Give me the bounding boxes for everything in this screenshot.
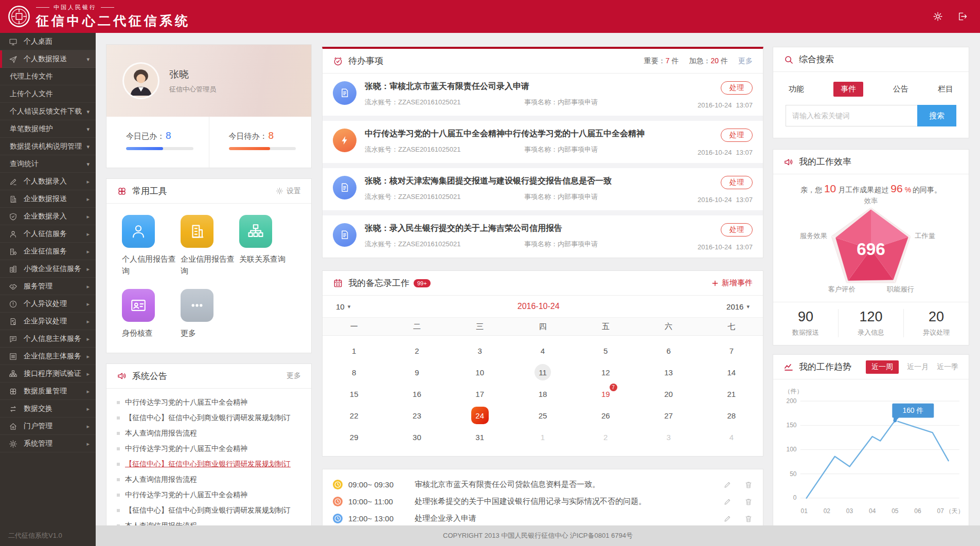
announcement-item[interactable]: 【征信中心】征信中心到商业银行调研发展规划制订 (117, 457, 301, 472)
sidebar-item[interactable]: 个人错误反馈文件下载 (0, 103, 96, 120)
calendar-day[interactable]: 16 (385, 383, 448, 405)
announcement-item[interactable]: 中行传达学习党的十八届五中全会精神 (117, 395, 301, 410)
calendar-day[interactable]: 7 (700, 340, 763, 361)
trend-tab[interactable]: 近一季 (937, 362, 958, 372)
sidebar-item[interactable]: 数据交换 (0, 400, 96, 417)
calendar-day[interactable]: 17 (449, 383, 511, 405)
trash-icon[interactable] (744, 515, 753, 523)
calendar-day[interactable]: 20 (637, 383, 700, 405)
year-select[interactable]: 2016 (726, 302, 750, 311)
search-tab[interactable]: 公告 (893, 82, 908, 97)
announcement-item[interactable]: 【征信中心】征信中心到商业银行调研发展规划制订 (117, 503, 301, 518)
search-button[interactable]: 搜索 (917, 105, 956, 126)
handle-button[interactable]: 处理 (721, 223, 753, 236)
sidebar-item[interactable]: 企业信息主体服务 (0, 348, 96, 365)
sidebar-item[interactable]: 代理上传文件 (0, 68, 96, 85)
sidebar-item[interactable]: 数据提供机构说明管理 (0, 138, 96, 155)
search-tab[interactable]: 栏目 (938, 82, 953, 97)
sidebar-item[interactable]: 企业数据录入 (0, 208, 96, 225)
calendar-day[interactable]: 5 (574, 340, 637, 361)
announcement-item[interactable]: 本人查询信用报告流程 (117, 426, 301, 441)
calendar-day[interactable]: 15 (323, 383, 385, 405)
sidebar-item[interactable]: 数据质量管理 (0, 383, 96, 400)
calendar-day[interactable]: 10 (449, 361, 511, 383)
trash-icon[interactable] (744, 498, 753, 506)
calendar-day[interactable]: 22 (323, 405, 385, 426)
search-tab[interactable]: 事件 (833, 82, 863, 97)
todos-more-link[interactable]: 更多 (738, 57, 753, 66)
announcement-item[interactable]: 中行传达学习党的十八届五中全会精神 (117, 487, 301, 503)
todo-item[interactable]: 张晓：录入民生银行提交的关于上海吉荣公司信用报告 流水账号：ZZASE20161… (323, 215, 763, 258)
edit-icon[interactable] (723, 481, 732, 489)
search-tab[interactable]: 功能 (789, 82, 804, 97)
calendar-day[interactable]: 25 (511, 405, 574, 426)
month-select[interactable]: 10 (336, 302, 350, 311)
sidebar-item[interactable]: 个人信息主体服务 (0, 330, 96, 348)
calendar-day[interactable]: 27 (637, 405, 700, 426)
calendar-day[interactable]: 21 (700, 383, 763, 405)
tool-item[interactable]: 关联关系查询 (239, 215, 298, 277)
calendar-day[interactable]: 2 (574, 426, 637, 448)
calendar-day[interactable]: 13 (637, 361, 700, 383)
calendar-day[interactable]: 30 (385, 426, 448, 448)
sidebar-item[interactable]: 企业数据报送 (0, 190, 96, 208)
tool-item[interactable]: 更多 (181, 289, 239, 339)
handle-button[interactable]: 处理 (721, 129, 753, 142)
calendar-day[interactable]: 12 (574, 361, 637, 383)
add-event-button[interactable]: 新增事件 (711, 278, 753, 288)
calendar-day[interactable]: 8 (323, 361, 385, 383)
sidebar-item[interactable]: 个人数据报送 (0, 50, 96, 68)
calendar-day[interactable]: 26 (574, 405, 637, 426)
sidebar-item[interactable]: 个人桌面 (0, 33, 96, 50)
sidebar-item[interactable]: 个人异议处理 (0, 295, 96, 313)
edit-icon[interactable] (723, 498, 732, 506)
search-input[interactable] (786, 105, 917, 126)
announcements-more-link[interactable]: 更多 (287, 371, 301, 380)
trash-icon[interactable] (744, 481, 753, 489)
announcement-item[interactable]: 本人查询信用报告流程 (117, 472, 301, 487)
handle-button[interactable]: 处理 (721, 176, 753, 189)
announcement-item[interactable]: 中行传达学习党的十八届五中全会精神 (117, 441, 301, 457)
calendar-day[interactable]: 29 (323, 426, 385, 448)
calendar-day[interactable]: 31 (449, 426, 511, 448)
calendar-day[interactable]: 2 (385, 340, 448, 361)
calendar-day[interactable]: 1 (323, 340, 385, 361)
edit-icon[interactable] (723, 515, 732, 523)
sidebar-item[interactable]: 企业征信服务 (0, 243, 96, 260)
todo-item[interactable]: 张晓：核对天津宏海集团提交报道与建设银行提交报告信息是否一致 流水账号：ZZAS… (323, 168, 763, 210)
sidebar-item[interactable]: 小微企业征信服务 (0, 260, 96, 278)
todo-item[interactable]: 中行传达学习党的十八届五中全会精神中行传达学习党的十八届五中全会精神 流水账号：… (323, 121, 763, 163)
calendar-day[interactable]: 1 (511, 426, 574, 448)
calendar-day[interactable]: 3 (449, 340, 511, 361)
calendar-day[interactable]: 19 7 (574, 383, 637, 405)
sidebar-item[interactable]: 个人数据录入 (0, 173, 96, 190)
logout-icon[interactable] (957, 11, 968, 22)
handle-button[interactable]: 处理 (721, 81, 753, 95)
settings-gear-icon[interactable] (933, 11, 943, 22)
sidebar-item[interactable]: 系统管理 (0, 435, 96, 452)
trend-tab[interactable]: 近一周 (866, 360, 899, 374)
sidebar-item[interactable]: 接口程序测试验证 (0, 365, 96, 383)
announcement-item[interactable]: 【征信中心】征信中心到商业银行调研发展规划制订 (117, 410, 301, 426)
tools-settings-button[interactable]: 设置 (276, 187, 301, 196)
sidebar-item[interactable]: 门户管理 (0, 417, 96, 435)
tool-item[interactable]: 身份核查 (122, 289, 181, 339)
sidebar-item[interactable]: 单笔数据维护 (0, 120, 96, 138)
calendar-day[interactable]: 4 (511, 340, 574, 361)
sidebar-item[interactable]: 个人征信服务 (0, 225, 96, 243)
calendar-day[interactable]: 23 (385, 405, 448, 426)
calendar-day[interactable]: 4 (700, 426, 763, 448)
sidebar-item[interactable]: 查询统计 (0, 155, 96, 173)
tool-item[interactable]: 企业信用报告查询 (181, 215, 239, 277)
calendar-day[interactable]: 28 (700, 405, 763, 426)
tool-item[interactable]: 个人信用报告查询 (122, 215, 181, 277)
trend-tab[interactable]: 近一月 (907, 362, 929, 372)
calendar-day[interactable]: 11 (511, 361, 574, 383)
todo-item[interactable]: 张晓：审核北京市蓝天有限责任公司录入申请 流水账号：ZZASE201610250… (323, 74, 763, 116)
calendar-day[interactable]: 24 (449, 405, 511, 426)
calendar-day[interactable]: 6 (637, 340, 700, 361)
calendar-day[interactable]: 18 (511, 383, 574, 405)
sidebar-item[interactable]: 企业异议处理 (0, 313, 96, 330)
calendar-day[interactable]: 9 (385, 361, 448, 383)
calendar-day[interactable]: 3 (637, 426, 700, 448)
